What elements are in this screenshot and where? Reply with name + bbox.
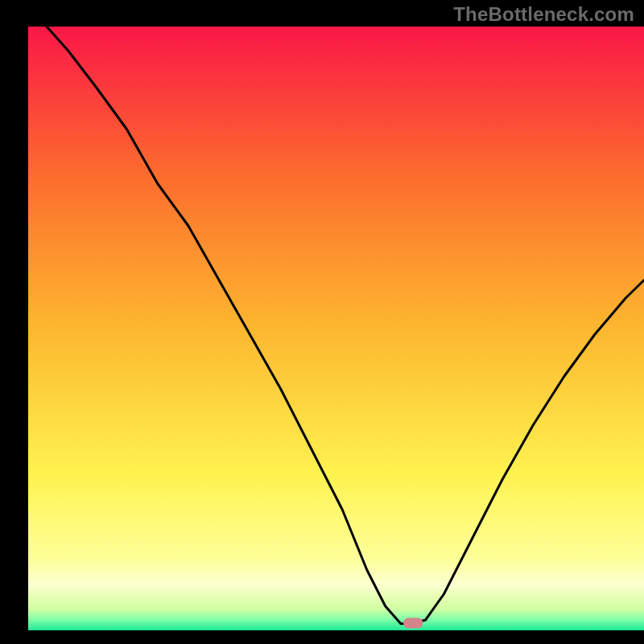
baseline-strip <box>28 630 644 644</box>
watermark-text: TheBottleneck.com <box>453 3 634 26</box>
bottleneck-chart: TheBottleneck.com <box>0 0 644 644</box>
optimum-marker <box>403 618 423 629</box>
chart-svg <box>0 0 644 644</box>
plot-background <box>28 27 644 630</box>
